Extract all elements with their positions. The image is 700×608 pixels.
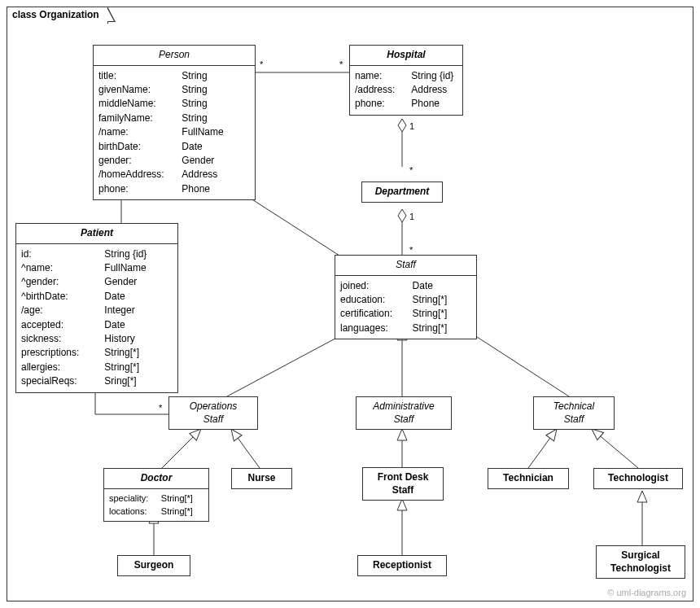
attr-name: accepted: — [21, 318, 104, 332]
attr-type: FullName — [104, 261, 173, 275]
attr-name: prescriptions: — [21, 346, 104, 360]
class-administrative-staff: Administrative Staff — [356, 396, 452, 430]
attr-row: certification:String[*] — [340, 307, 471, 321]
attr-type: History — [104, 332, 173, 346]
attr-type: Date — [182, 140, 250, 154]
attr-row: phone:Phone — [355, 97, 457, 111]
attr-type: Address — [182, 168, 250, 182]
svg-line-11 — [528, 429, 557, 468]
attr-row: gender:Gender — [98, 154, 250, 168]
attr-type: String[*] — [161, 505, 203, 518]
svg-line-7 — [463, 328, 569, 396]
attr-type: Integer — [104, 304, 173, 317]
attr-name: /address: — [355, 83, 411, 97]
attr-row: phone:Phone — [98, 182, 250, 196]
attr-row: accepted:Date — [21, 318, 173, 332]
attr-name: middleName: — [98, 97, 182, 111]
attr-name: gender: — [98, 154, 182, 168]
attr-type: FullName — [182, 125, 250, 139]
class-title-technician: Technician — [488, 469, 568, 488]
attr-name: languages: — [340, 321, 413, 335]
attr-row: sickness:History — [21, 332, 173, 346]
attr-type: String {id} — [411, 69, 457, 83]
attr-row: /age:Integer — [21, 304, 173, 317]
class-title-patient: Patient — [16, 224, 177, 244]
attr-type: Gender — [182, 154, 250, 168]
attr-name: birthDate: — [98, 140, 182, 154]
class-title-department: Department — [362, 182, 442, 202]
attr-name: phone: — [98, 182, 182, 196]
attr-name: certification: — [340, 307, 413, 321]
attr-name: ^name: — [21, 261, 104, 275]
attr-row: /address:Address — [355, 83, 457, 97]
mult-hosp-dept-bot: * — [409, 165, 413, 175]
class-title-staff: Staff — [335, 256, 476, 276]
mult-hosp-dept-top: 1 — [409, 121, 414, 131]
mult-person-hospital-r: * — [339, 59, 343, 69]
mult-dept-staff-top: 1 — [409, 212, 414, 221]
frame-title: class Organization — [12, 9, 99, 20]
attr-name: locations: — [109, 505, 161, 518]
attr-type: String[*] — [104, 346, 173, 360]
class-title-front-desk-staff: Front Desk Staff — [363, 468, 443, 500]
class-front-desk-staff: Front Desk Staff — [362, 467, 444, 501]
attr-type: Date — [104, 318, 173, 332]
attr-type: Date — [104, 290, 173, 304]
attr-name: name: — [355, 69, 411, 83]
attr-type: String[*] — [104, 361, 173, 374]
attr-name: sickness: — [21, 332, 104, 346]
attr-type: String[*] — [413, 293, 471, 307]
attr-row: allergies:String[*] — [21, 361, 173, 374]
attr-row: /homeAddress:Address — [98, 168, 250, 182]
class-nurse: Nurse — [231, 468, 292, 489]
attr-name: title: — [98, 69, 182, 83]
attr-type: Sring[*] — [104, 374, 173, 388]
svg-line-9 — [231, 429, 260, 468]
attr-name: id: — [21, 247, 104, 261]
class-surgeon: Surgeon — [117, 555, 190, 576]
svg-line-12 — [592, 429, 638, 468]
attr-row: ^birthDate:Date — [21, 290, 173, 304]
class-attrs-staff: joined:Dateeducation:String[*]certificat… — [335, 276, 476, 339]
attr-type: Phone — [182, 182, 250, 196]
class-technologist: Technologist — [593, 468, 683, 489]
watermark: © uml-diagrams.org — [607, 588, 686, 597]
attr-row: prescriptions:String[*] — [21, 346, 173, 360]
attr-row: id:String {id} — [21, 247, 173, 261]
class-operations-staff: Operations Staff — [168, 396, 258, 430]
mult-patient-ops-r: * — [159, 403, 162, 413]
class-attrs-person: title:StringgivenName:StringmiddleName:S… — [94, 66, 255, 200]
attr-type: String — [182, 83, 250, 97]
class-doctor: Doctor speciality:String[*]locations:Str… — [103, 468, 209, 522]
class-title-nurse: Nurse — [232, 469, 291, 488]
attr-row: middleName:String — [98, 97, 250, 111]
attr-type: String — [182, 69, 250, 83]
attr-name: education: — [340, 293, 413, 307]
attr-type: Gender — [104, 275, 173, 289]
svg-line-8 — [162, 429, 201, 468]
attr-type: String — [182, 112, 250, 125]
class-title-doctor: Doctor — [104, 469, 208, 489]
attr-row: birthDate:Date — [98, 140, 250, 154]
attr-type: Address — [411, 83, 457, 97]
attr-row: /name:FullName — [98, 125, 250, 139]
attr-row: education:String[*] — [340, 293, 471, 307]
attr-row: specialReqs:Sring[*] — [21, 374, 173, 388]
attr-row: name:String {id} — [355, 69, 457, 83]
class-title-administrative-staff: Administrative Staff — [357, 397, 451, 429]
attr-name: /homeAddress: — [98, 168, 182, 182]
attr-name: joined: — [340, 279, 413, 293]
attr-name: ^gender: — [21, 275, 104, 289]
attr-row: joined:Date — [340, 279, 471, 293]
class-title-technical-staff: Technical Staff — [534, 397, 614, 429]
class-title-technologist: Technologist — [594, 469, 682, 488]
frame-title-tab: class Organization — [7, 7, 108, 24]
attr-type: String — [182, 97, 250, 111]
attr-name: ^birthDate: — [21, 290, 104, 304]
attr-type: String[*] — [161, 492, 203, 505]
attr-name: specialReqs: — [21, 374, 104, 388]
attr-name: speciality: — [109, 492, 161, 505]
class-patient: Patient id:String {id}^name:FullName^gen… — [15, 223, 178, 393]
class-title-receptionist: Receptionist — [358, 556, 446, 575]
attr-name: allergies: — [21, 361, 104, 374]
